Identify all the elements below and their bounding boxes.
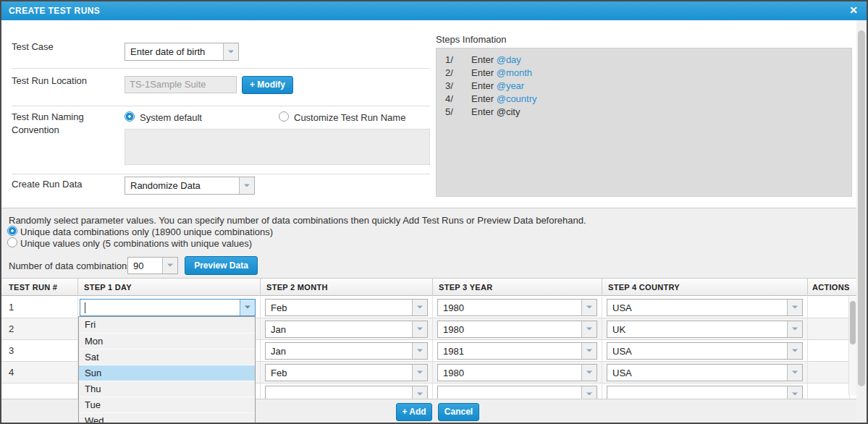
combinations-count-value: 90 [133, 258, 160, 274]
dropdown-option[interactable]: Tue [79, 397, 255, 412]
dropdown-option[interactable]: Fri [79, 317, 255, 333]
modify-button[interactable]: + Modify [242, 76, 293, 94]
step-number: 4/ [445, 93, 453, 106]
year-select[interactable]: 1980 [437, 299, 597, 316]
step-param-link[interactable]: @day [497, 54, 521, 65]
create-run-data-label: Create Run Data [12, 179, 83, 190]
chevron-down-icon [412, 386, 427, 399]
day-select[interactable] [80, 299, 256, 316]
chevron-down-icon [581, 386, 597, 399]
dialog-scrollbar-thumb[interactable] [858, 30, 865, 386]
year-select[interactable]: 1980 [437, 364, 597, 381]
combinations-count-input[interactable]: 90 [127, 257, 178, 274]
actions-cell [808, 340, 850, 362]
month-select[interactable]: Jan [265, 342, 428, 360]
add-button[interactable]: + Add [396, 403, 432, 421]
divider [12, 174, 430, 174]
chevron-down-icon [239, 177, 254, 194]
custom-name-textarea[interactable] [125, 129, 430, 165]
month-select[interactable]: Feb [265, 299, 428, 316]
run-number: 2 [9, 318, 14, 340]
chevron-down-icon [223, 43, 238, 60]
dialog-title: CREATE TEST RUNS [9, 6, 100, 16]
chevron-down-icon [787, 300, 802, 315]
chevron-down-icon [412, 300, 427, 315]
step-param-link[interactable]: @country [497, 93, 537, 104]
col-header-test-run: TEST RUN # [1, 279, 78, 296]
chevron-down-icon [787, 321, 802, 337]
country-select[interactable]: USA [607, 342, 803, 360]
month-value: Feb [271, 300, 410, 315]
month-select[interactable]: Feb [265, 364, 428, 381]
year-select[interactable] [437, 386, 597, 399]
step-param-link[interactable]: @month [497, 67, 532, 78]
table-scrollbar[interactable] [848, 297, 856, 395]
actions-cell [808, 383, 850, 399]
test-run-location-field: TS-1Sample Suite [125, 76, 237, 93]
chevron-down-icon [162, 258, 177, 274]
step-param-link[interactable]: @year [497, 80, 525, 91]
country-value: UK [612, 321, 785, 337]
year-value: 1980 [443, 365, 579, 381]
dropdown-option[interactable]: Sat [79, 349, 255, 365]
month-value: Jan [271, 343, 410, 359]
randomize-description: Randomly select parameter values. You ca… [9, 215, 586, 226]
unique-combinations-radio[interactable] [7, 226, 17, 236]
naming-convention-label: Test Run Naming Convention [12, 111, 107, 137]
unique-combinations-label[interactable]: Unique data combinations only (18900 uni… [20, 226, 273, 237]
step-number: 3/ [445, 80, 453, 93]
year-select[interactable]: 1981 [437, 342, 597, 360]
step-number: 5/ [445, 106, 453, 119]
step-number: 2/ [445, 67, 453, 80]
step-action: Enter [471, 93, 497, 104]
table-scrollbar-thumb[interactable] [850, 301, 856, 344]
step-number: 1/ [445, 54, 453, 67]
dropdown-option[interactable]: Mon [79, 333, 255, 349]
step-item: 2/ Enter @month [437, 67, 851, 80]
step-action: Enter [471, 54, 497, 65]
run-number: 3 [9, 340, 14, 362]
close-icon[interactable]: ✕ [849, 4, 858, 16]
step-item: 1/ Enter @day [437, 54, 851, 67]
chevron-down-icon [787, 386, 802, 399]
chevron-down-icon[interactable] [240, 300, 255, 315]
dropdown-option-highlighted[interactable]: Sun [79, 365, 255, 381]
step-param: @city [497, 106, 521, 117]
col-header-step3-year: STEP 3 YEAR [433, 279, 602, 296]
col-header-step4-country: STEP 4 COUNTRY [602, 279, 808, 296]
dropdown-option[interactable]: Thu [79, 381, 255, 397]
preview-data-button[interactable]: Preview Data [185, 256, 258, 275]
month-select[interactable] [265, 386, 428, 399]
customize-name-label[interactable]: Customize Test Run Name [294, 112, 405, 123]
dialog-scrollbar[interactable] [856, 20, 867, 423]
dropdown-option[interactable]: Wed [79, 412, 255, 424]
divider [12, 68, 430, 69]
country-value: USA [612, 343, 785, 359]
year-select[interactable]: 1980 [437, 321, 597, 338]
step-action: Enter [471, 106, 497, 117]
day-value [85, 300, 237, 315]
month-select[interactable]: Jan [265, 321, 428, 338]
cancel-button[interactable]: Cancel [438, 403, 479, 421]
unique-values-radio[interactable] [7, 237, 17, 247]
country-select[interactable]: USA [607, 364, 803, 381]
system-default-label[interactable]: System default [140, 112, 202, 123]
unique-values-label[interactable]: Unique values only (5 combinations with … [20, 238, 252, 249]
test-runs-table-header: TEST RUN # STEP 1 DAY STEP 2 MONTH STEP … [1, 278, 856, 296]
country-select[interactable]: UK [607, 321, 803, 338]
create-run-data-select[interactable]: Randomize Data [125, 177, 255, 195]
country-select[interactable] [607, 386, 803, 399]
customize-name-radio[interactable] [279, 111, 289, 122]
steps-information-panel: 1/ Enter @day 2/ Enter @month 3/ Enter @… [436, 48, 852, 197]
day-dropdown-list: Fri Mon Sat Sun Thu Tue Wed [78, 316, 256, 424]
country-select[interactable]: USA [607, 299, 803, 316]
system-default-radio[interactable] [125, 111, 135, 122]
test-case-label: Test Case [12, 41, 54, 52]
chevron-down-icon [412, 321, 427, 337]
run-number: 4 [9, 362, 14, 383]
divider [12, 106, 430, 106]
test-case-select[interactable]: Enter date of birth [125, 43, 239, 61]
chevron-down-icon [581, 300, 597, 315]
randomize-parameters-section: Randomly select parameter values. You ca… [1, 208, 856, 278]
month-value: Feb [271, 365, 410, 381]
